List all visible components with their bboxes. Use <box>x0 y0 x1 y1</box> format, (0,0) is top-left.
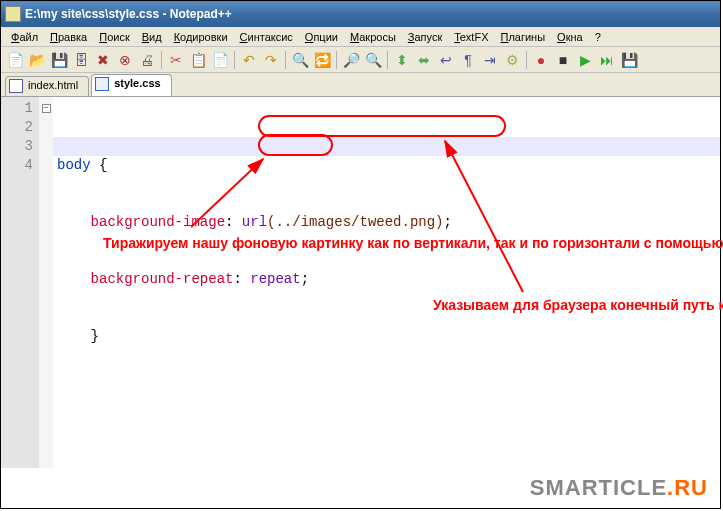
menu-encoding[interactable]: Кодировки <box>168 29 234 45</box>
separator <box>161 51 162 69</box>
menu-search[interactable]: Поиск <box>93 29 135 45</box>
find-button[interactable]: 🔍 <box>290 50 310 70</box>
line-number: 1 <box>3 99 33 118</box>
save-button[interactable]: 💾 <box>49 50 69 70</box>
separator <box>526 51 527 69</box>
paste-button[interactable]: 📄 <box>210 50 230 70</box>
print-button[interactable]: 🖨 <box>137 50 157 70</box>
fold-minus-icon[interactable]: − <box>42 104 51 113</box>
menu-plugins[interactable]: Плагины <box>494 29 551 45</box>
menu-windows[interactable]: Окна <box>551 29 589 45</box>
sync-v-button[interactable]: ⬍ <box>392 50 412 70</box>
line-gutter: 1 2 3 4 <box>1 97 39 468</box>
play-button[interactable]: ▶ <box>575 50 595 70</box>
undo-button[interactable]: ↶ <box>239 50 259 70</box>
menu-view[interactable]: Вид <box>136 29 168 45</box>
tab-label: style.css <box>114 77 160 89</box>
sync-h-button[interactable]: ⬌ <box>414 50 434 70</box>
play-multi-button[interactable]: ⏭ <box>597 50 617 70</box>
zoom-in-button[interactable]: 🔎 <box>341 50 361 70</box>
line-number: 2 <box>3 118 33 137</box>
title-bar: E:\my site\css\style.css - Notepad++ <box>1 1 720 27</box>
close-button[interactable]: ✖ <box>93 50 113 70</box>
app-window: E:\my site\css\style.css - Notepad++ Фай… <box>0 0 721 509</box>
stop-button[interactable]: ■ <box>553 50 573 70</box>
menu-textfx[interactable]: TextFX <box>448 29 494 45</box>
fold-column: − <box>39 97 53 468</box>
close-all-button[interactable]: ⊗ <box>115 50 135 70</box>
menu-run[interactable]: Запуск <box>402 29 448 45</box>
record-button[interactable]: ● <box>531 50 551 70</box>
annotation-text-repeat: Тиражируем нашу фоновую картинку как по … <box>103 235 383 253</box>
annotation-text-url: Указываем для браузера конечный путь к н… <box>433 297 673 315</box>
save-macro-button[interactable]: 💾 <box>619 50 639 70</box>
separator <box>336 51 337 69</box>
new-file-button[interactable]: 📄 <box>5 50 25 70</box>
separator <box>387 51 388 69</box>
window-title: E:\my site\css\style.css - Notepad++ <box>25 7 232 21</box>
line-number: 3 <box>3 137 33 156</box>
watermark: SMARTICLE.RU <box>1 468 720 508</box>
tok-property: background-repeat <box>91 271 234 287</box>
menu-bar: Файл Правка Поиск Вид Кодировки Синтакси… <box>1 27 720 47</box>
menu-options[interactable]: Опции <box>299 29 344 45</box>
menu-edit[interactable]: Правка <box>44 29 93 45</box>
tok-value: repeat <box>250 271 300 287</box>
tok-brace: { <box>91 157 108 173</box>
menu-file[interactable]: Файл <box>5 29 44 45</box>
watermark-text: SMARTICLE <box>530 475 667 501</box>
show-chars-button[interactable]: ¶ <box>458 50 478 70</box>
separator <box>234 51 235 69</box>
save-all-button[interactable]: 🗄 <box>71 50 91 70</box>
document-icon <box>95 77 109 91</box>
menu-syntax[interactable]: Синтаксис <box>234 29 299 45</box>
redo-button[interactable]: ↷ <box>261 50 281 70</box>
menu-help[interactable]: ? <box>589 29 607 45</box>
line-number: 4 <box>3 156 33 175</box>
editor-area[interactable]: 1 2 3 4 − body { background-image: url(.… <box>1 97 720 468</box>
tab-style-css[interactable]: style.css <box>91 74 171 96</box>
userlang-button[interactable]: ⚙ <box>502 50 522 70</box>
indent-button[interactable]: ⇥ <box>480 50 500 70</box>
separator <box>285 51 286 69</box>
toolbar: 📄 📂 💾 🗄 ✖ ⊗ 🖨 ✂ 📋 📄 ↶ ↷ 🔍 🔁 🔎 🔍 ⬍ ⬌ ↩ ¶ … <box>1 47 720 73</box>
annotation-oval-url <box>258 115 506 137</box>
tab-index-html[interactable]: index.html <box>5 76 89 96</box>
open-file-button[interactable]: 📂 <box>27 50 47 70</box>
cut-button[interactable]: ✂ <box>166 50 186 70</box>
tab-label: index.html <box>28 79 78 91</box>
zoom-out-button[interactable]: 🔍 <box>363 50 383 70</box>
tok-args: (../images/tweed.png) <box>267 214 443 230</box>
tok-brace: } <box>91 328 99 344</box>
tok-property: background-image <box>91 214 225 230</box>
tok-selector: body <box>57 157 91 173</box>
watermark-text: .RU <box>667 475 708 501</box>
replace-button[interactable]: 🔁 <box>312 50 332 70</box>
copy-button[interactable]: 📋 <box>188 50 208 70</box>
app-icon <box>5 6 21 22</box>
tok-url: url <box>242 214 267 230</box>
code-content[interactable]: body { background-image: url(../images/t… <box>53 97 720 468</box>
current-line-highlight <box>53 137 720 156</box>
wrap-button[interactable]: ↩ <box>436 50 456 70</box>
tab-bar: index.html style.css <box>1 73 720 97</box>
menu-macros[interactable]: Макросы <box>344 29 402 45</box>
document-icon <box>9 79 23 93</box>
